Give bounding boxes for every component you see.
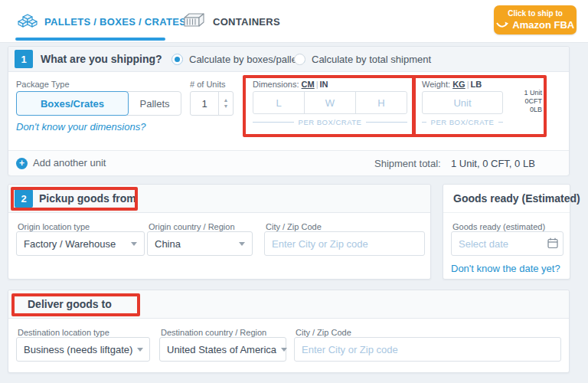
package-type-boxes-crates-button[interactable]: Boxes/Crates	[16, 91, 129, 116]
weight-label-text: Weight:	[422, 80, 450, 89]
dimensions-unit-label: Dimensions: CM|IN	[253, 80, 328, 89]
unit-summary-cft: 0CFT	[502, 97, 542, 106]
units-increment-arrow[interactable]: ▲	[224, 97, 229, 103]
width-input[interactable]	[305, 92, 355, 113]
shipment-total-value: 1 Unit, 0 CFT, 0 LB	[451, 158, 535, 169]
length-input[interactable]	[253, 92, 304, 113]
goods-ready-title: Goods ready (Estimated)	[453, 192, 580, 205]
plus-icon[interactable]: +	[16, 158, 28, 169]
package-type-pallets-button[interactable]: Pallets	[129, 92, 181, 115]
deliver-panel: Deliver goods to Destination location ty…	[8, 290, 570, 373]
section2-number-badge: 2	[15, 189, 33, 208]
unit-summary: 1 Unit 0CFT 0LB	[502, 89, 542, 114]
shipment-total-label: Shipment total:	[374, 158, 441, 169]
weight-unit-kg[interactable]: KG	[452, 80, 466, 89]
shipping-details-panel: 1 What are you shipping? Calculate by bo…	[8, 46, 570, 175]
tab-containers[interactable]: CONTAINERS	[213, 16, 280, 28]
top-navigation-bar: PALLETS / BOXES / CRATES CONTAINERS Clic…	[0, 0, 588, 43]
amazon-fba-button-line2: Amazon FBA	[512, 19, 574, 31]
dont-know-date-link[interactable]: Don't know the date yet?	[451, 263, 560, 274]
units-label: # of Units	[190, 80, 225, 89]
radio-calculate-by-total[interactable]	[294, 54, 305, 65]
origin-location-type-value: Factory / Warehouse	[24, 238, 116, 250]
destination-city-label: City / Zip Code	[296, 328, 351, 337]
pickup-panel: 2 Pickup goods from Origin location type…	[8, 184, 431, 280]
destination-location-type-label: Destination location type	[18, 328, 109, 337]
destination-city-input[interactable]	[294, 337, 561, 362]
weight-unit-label: Weight: KG|LB	[422, 80, 482, 89]
weight-per-box-label: PER BOX/CRATE	[422, 118, 503, 126]
units-stepper: 1 ▲ ▼	[190, 91, 234, 116]
dimensions-per-box-label: PER BOX/CRATE	[253, 118, 407, 126]
weight-unit-separator: |	[466, 80, 471, 89]
active-tab-underline	[15, 38, 165, 41]
destination-country-select[interactable]: United States of America	[159, 337, 286, 362]
chevron-down-icon	[131, 242, 137, 246]
units-value[interactable]: 1	[191, 92, 218, 115]
chevron-down-icon	[281, 348, 287, 352]
section1-number-badge: 1	[15, 50, 33, 68]
section1-title: What are you shipping?	[41, 53, 162, 65]
weight-per-box-text: PER BOX/CRATE	[426, 118, 499, 126]
origin-country-select[interactable]: China	[147, 231, 253, 256]
package-type-label: Package Type	[16, 80, 70, 89]
container-icon	[182, 12, 205, 32]
section1-footer: + Add another unit Shipment total: 1 Uni…	[8, 150, 569, 175]
dimensions-unit-separator: |	[315, 80, 320, 89]
package-type-segmented-control: Boxes/Crates Pallets	[16, 91, 181, 116]
unit-summary-units: 1 Unit	[502, 89, 542, 97]
destination-location-type-select[interactable]: Business (needs liftgate)	[16, 337, 150, 362]
origin-location-type-select[interactable]: Factory / Warehouse	[16, 231, 145, 256]
destination-location-type-value: Business (needs liftgate)	[24, 344, 132, 355]
radio-calculate-by-total-label[interactable]: Calculate by total shipment	[312, 54, 431, 65]
destination-country-value: United States of America	[167, 344, 276, 355]
origin-city-input[interactable]	[264, 231, 425, 256]
goods-ready-panel: Goods ready (Estimated) Goods ready (est…	[443, 184, 570, 280]
radio-calculate-by-boxes[interactable]	[172, 54, 183, 65]
tab-pallets-boxes-crates[interactable]: PALLETS / BOXES / CRATES	[44, 16, 186, 28]
destination-country-label: Destination country / Region	[161, 328, 266, 337]
weight-input[interactable]	[422, 91, 503, 114]
dimensions-unit-in[interactable]: IN	[320, 80, 328, 89]
origin-country-label: Origin country / Region	[149, 222, 235, 231]
amazon-fba-button[interactable]: Click to ship to Amazon FBA	[494, 5, 577, 34]
add-another-unit-link[interactable]: Add another unit	[33, 157, 106, 169]
unit-summary-lb: 0LB	[502, 106, 542, 114]
pallet-boxes-icon	[17, 11, 38, 33]
units-decrement-arrow[interactable]: ▼	[224, 103, 229, 110]
calendar-icon[interactable]	[547, 237, 558, 252]
section2-title: Pickup goods from	[39, 192, 136, 205]
dimensions-unit-cm[interactable]: CM	[302, 80, 315, 89]
amazon-fba-button-line1: Click to ship to	[494, 9, 577, 18]
dont-know-dimensions-link[interactable]: Don't know your dimensions?	[16, 121, 145, 133]
weight-unit-lb[interactable]: LB	[471, 80, 482, 89]
dimensions-input-group	[253, 91, 407, 114]
dimensions-per-box-text: PER BOX/CRATE	[294, 118, 367, 126]
origin-location-type-label: Origin location type	[18, 222, 90, 231]
chevron-down-icon	[137, 348, 143, 352]
origin-city-label: City / Zip Code	[266, 222, 322, 231]
dimensions-label-text: Dimensions:	[253, 80, 299, 89]
goods-ready-label: Goods ready (estimated)	[452, 222, 545, 231]
chevron-down-icon	[239, 242, 245, 246]
height-input[interactable]	[356, 92, 407, 113]
units-spinner: ▲ ▼	[218, 92, 233, 115]
amazon-arrow-icon	[496, 18, 512, 31]
radio-calculate-by-boxes-label[interactable]: Calculate by boxes/pallets	[189, 54, 305, 65]
origin-country-value: China	[155, 238, 181, 250]
goods-ready-date-input[interactable]	[451, 231, 564, 256]
section3-title: Deliver goods to	[28, 298, 112, 310]
